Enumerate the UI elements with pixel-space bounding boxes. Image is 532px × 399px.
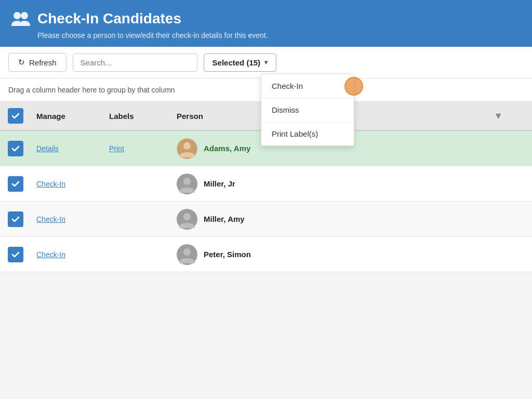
row-1-labels[interactable]: Print: [104, 144, 171, 153]
page-title: Check-In Candidates: [37, 10, 181, 27]
labels-column-header: Labels: [104, 105, 171, 127]
page-header: Check-In Candidates Please choose a pers…: [0, 0, 532, 47]
person-column-header: Person: [177, 112, 203, 121]
avatar: [177, 209, 197, 230]
header-select-all[interactable]: [0, 102, 31, 130]
row-4-checkbox[interactable]: [0, 242, 31, 268]
row-1-manage[interactable]: Details: [31, 144, 104, 153]
avatar: [177, 174, 197, 194]
row-4-manage[interactable]: Check-In: [31, 250, 104, 259]
svg-point-3: [183, 142, 191, 150]
svg-point-9: [183, 248, 191, 256]
cursor-indicator: [344, 77, 363, 96]
person-name: Miller, Jr: [204, 179, 235, 188]
table-row: Check-In Miller, Jr: [0, 166, 532, 202]
checkin-option[interactable]: Check-In: [261, 74, 354, 98]
action-dropdown: Check-In Dismiss Print Label(s): [261, 74, 354, 146]
select-all-checkbox[interactable]: [8, 108, 23, 124]
row-2-checkbox[interactable]: [0, 171, 31, 197]
person-name: Miller, Amy: [204, 215, 245, 223]
svg-point-7: [183, 213, 191, 220]
person-name: Adams, Amy: [204, 144, 250, 153]
chevron-down-icon: ▾: [264, 59, 268, 66]
row-1-checkbox[interactable]: [0, 136, 31, 162]
row-3-person: Miller, Amy: [171, 204, 532, 235]
avatar: [177, 244, 197, 265]
print-labels-option[interactable]: Print Label(s): [261, 122, 354, 145]
search-input[interactable]: [73, 54, 197, 72]
refresh-button[interactable]: ↻ Refresh: [8, 53, 66, 72]
table-row: Check-In Miller, Amy: [0, 202, 532, 237]
row-3-manage[interactable]: Check-In: [31, 215, 104, 224]
row-3-checkbox[interactable]: [0, 206, 31, 232]
svg-point-1: [21, 12, 28, 19]
toolbar: ↻ Refresh Selected (15) ▾ Check-In Dismi…: [0, 47, 532, 78]
dismiss-option[interactable]: Dismiss: [261, 98, 354, 122]
filter-icon[interactable]: ▼: [494, 111, 503, 122]
person-name: Peter, Simon: [204, 250, 251, 259]
selected-dropdown-button[interactable]: Selected (15) ▾: [204, 54, 277, 72]
page-subtitle: Please choose a person to view/edit thei…: [37, 31, 522, 39]
avatar: [177, 138, 197, 159]
row-4-person: Peter, Simon: [171, 239, 532, 270]
svg-point-5: [183, 178, 191, 185]
people-icon: [10, 8, 31, 29]
row-2-person: Miller, Jr: [171, 168, 532, 200]
svg-point-0: [14, 12, 21, 19]
refresh-icon: ↻: [18, 58, 25, 67]
table-row: Check-In Peter, Simon: [0, 237, 532, 272]
manage-column-header: Manage: [31, 105, 104, 127]
row-2-manage[interactable]: Check-In: [31, 179, 104, 189]
